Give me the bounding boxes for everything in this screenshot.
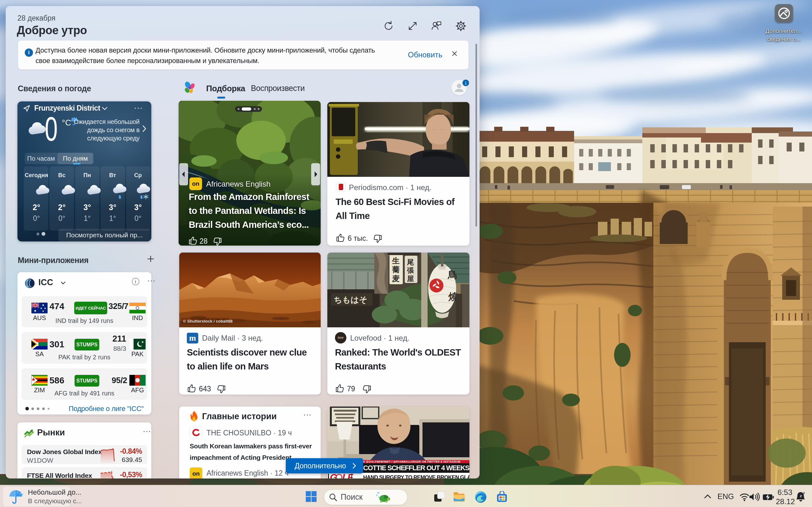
svg-text:z: z (800, 493, 802, 498)
svg-text:生: 生 (392, 257, 400, 265)
svg-text:ちもはそ: ちもはそ (334, 295, 367, 304)
svg-text:蕎: 蕎 (392, 265, 400, 274)
svg-text:鳥: 鳥 (447, 269, 457, 280)
svg-text:屋: 屋 (407, 275, 414, 283)
svg-text:尾: 尾 (407, 258, 414, 266)
svg-text:COTTIE SCHEFFLER OUT 4 WEEKS: COTTIE SCHEFFLER OUT 4 WEEKS (363, 464, 469, 472)
svg-text:張: 張 (407, 267, 414, 274)
svg-text:HAND SURGERY TO REMOVE BROKEN: HAND SURGERY TO REMOVE BROKEN GLASS (363, 474, 469, 478)
svg-text:© Shutterstock / cobalt88: © Shutterstock / cobalt88 (183, 319, 233, 324)
svg-text:z: z (803, 492, 805, 495)
svg-text:FOLLOW @GOLFNEWSNET / @RYANBAL: FOLLOW @GOLFNEWSNET / @RYANBALLENGEE ON … (353, 460, 460, 463)
svg-text:麦: 麦 (392, 274, 400, 283)
